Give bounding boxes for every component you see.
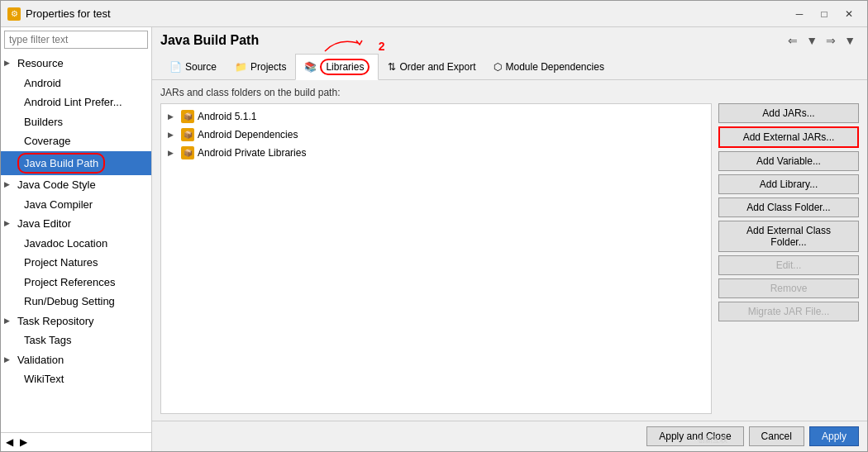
content-area: ▶ 📦 Android 5.1.1 ▶ 📦 Android Dependenci… [160, 103, 859, 414]
nav-forward-button[interactable]: ⇒ [823, 32, 839, 49]
add-variable-button[interactable]: Add Variable... [718, 151, 859, 171]
sidebar-item-java-build-path[interactable]: Java Build Path ( [1, 151, 151, 176]
remove-button[interactable]: Remove [718, 278, 859, 298]
panel-description: JARs and class folders on the build path… [160, 87, 859, 98]
module-dep-tab-icon: ⬡ [494, 61, 502, 73]
arrow-icon: ▶ [4, 179, 14, 191]
arrow-icon: ▶ [4, 218, 14, 230]
sidebar-nav-right[interactable]: ▶ [17, 435, 31, 450]
projects-tab-icon: 📁 [235, 61, 247, 73]
sidebar-nav-left[interactable]: ◀ [2, 435, 17, 450]
sidebar: ▶ Resource Android Android Lint Prefer..… [1, 27, 152, 451]
add-class-folder-button[interactable]: Add Class Folder... [718, 197, 859, 217]
tab-source[interactable]: 📄 Source [160, 54, 226, 79]
cancel-button[interactable]: Cancel [749, 426, 804, 446]
sidebar-item-coverage[interactable]: Coverage [1, 131, 151, 151]
right-header: Java Build Path ⇐ ▼ ⇒ ▼ [152, 27, 867, 54]
arrow-icon: ▶ [4, 354, 14, 366]
title-bar-left: ⚙ Properties for test [7, 7, 111, 21]
nav-back-button[interactable]: ⇐ [785, 32, 801, 49]
tab-order-export[interactable]: ⇅ Order and Export [379, 54, 484, 79]
filter-input[interactable] [4, 31, 148, 49]
sidebar-item-resource[interactable]: ▶ Resource [1, 54, 151, 74]
sidebar-tree: ▶ Resource Android Android Lint Prefer..… [1, 52, 151, 432]
sidebar-item-label: Java Compiler [24, 197, 93, 213]
tree-item-label: Android 5.1.1 [198, 111, 256, 122]
main-window: ⚙ Properties for test ─ □ ✕ ▶ Resource A… [0, 0, 868, 452]
sidebar-item-project-references[interactable]: Project References [1, 273, 151, 293]
library-icon: 📦 [181, 146, 194, 159]
close-button[interactable]: ✕ [837, 5, 861, 23]
sidebar-item-label: Javadoc Location [24, 236, 107, 252]
sidebar-item-builders[interactable]: Builders [1, 112, 151, 132]
sidebar-item-label: Coverage [24, 133, 70, 150]
tab-order-export-label: Order and Export [399, 61, 475, 73]
library-icon: 📦 [181, 128, 194, 141]
migrate-jar-button[interactable]: Migrate JAR File... [718, 302, 859, 321]
tree-arrow-icon: ▶ [168, 112, 178, 121]
add-library-button[interactable]: Add Library... [718, 174, 859, 194]
sidebar-item-label: Java Code Style [17, 177, 96, 193]
tabs-bar: 📄 Source 📁 Projects 📚 Libraries 2 [152, 54, 867, 80]
sidebar-item-java-editor[interactable]: ▶ Java Editor [1, 214, 151, 234]
tab-projects[interactable]: 📁 Projects [226, 54, 295, 79]
bottom-bar: 创新互联 Apply and Close Cancel Apply [152, 421, 867, 451]
tree-arrow-icon: ▶ [168, 149, 178, 157]
order-export-tab-icon: ⇅ [388, 61, 396, 73]
button-panel: Add JARs... Add External JARs... Add Var… [718, 103, 859, 414]
source-tab-icon: 📄 [169, 61, 182, 73]
sidebar-item-task-repository[interactable]: ▶ Task Repository [1, 312, 151, 331]
title-bar: ⚙ Properties for test ─ □ ✕ [1, 1, 867, 27]
minimize-button[interactable]: ─ [788, 5, 811, 23]
tree-item-android-dep[interactable]: ▶ 📦 Android Dependencies [165, 126, 708, 144]
apply-close-button[interactable]: Apply and Close [646, 426, 743, 446]
sidebar-item-label: Task Tags [24, 332, 72, 349]
nav-forward-dropdown-button[interactable]: ▼ [841, 32, 859, 49]
tree-item-android-511[interactable]: ▶ 📦 Android 5.1.1 [165, 107, 708, 126]
right-panel: Java Build Path ⇐ ▼ ⇒ ▼ 📄 Source 📁 [152, 27, 867, 451]
apply-button[interactable]: Apply [809, 426, 859, 446]
tab-libraries-label: Libraries [320, 59, 370, 75]
header-nav: ⇐ ▼ ⇒ ▼ [785, 32, 859, 49]
tree-item-label: Android Private Libraries [198, 147, 306, 159]
libraries-tree: ▶ 📦 Android 5.1.1 ▶ 📦 Android Dependenci… [160, 103, 712, 414]
sidebar-item-java-compiler[interactable]: Java Compiler [1, 195, 151, 215]
arrow-icon: ▶ [4, 316, 14, 327]
sidebar-item-android[interactable]: Android [1, 74, 151, 93]
add-external-jars-button[interactable]: Add External JARs... [718, 126, 859, 148]
sidebar-item-android-lint[interactable]: Android Lint Prefer... [1, 93, 151, 112]
window-controls: ─ □ ✕ [788, 5, 861, 23]
sidebar-item-label: Project Natures [24, 255, 98, 271]
add-external-class-folder-button[interactable]: Add External Class Folder... [718, 221, 859, 252]
sidebar-item-label: Project References [24, 274, 116, 291]
tab-module-dependencies[interactable]: ⬡ Module Dependencies [484, 54, 613, 79]
sidebar-item-java-code-style[interactable]: ▶ Java Code Style [1, 175, 151, 195]
window-title: Properties for test [26, 7, 111, 20]
sidebar-item-label: WikiText [24, 371, 64, 388]
tab-projects-label: Projects [250, 61, 286, 73]
sidebar-item-wikitext[interactable]: WikiText [1, 369, 151, 389]
sidebar-item-label: Android [24, 75, 61, 92]
tree-item-android-private[interactable]: ▶ 📦 Android Private Libraries [165, 144, 708, 162]
maximize-button[interactable]: □ [813, 5, 836, 23]
sidebar-item-project-natures[interactable]: Project Natures [1, 253, 151, 273]
tree-item-label: Android Dependencies [198, 129, 298, 140]
edit-button[interactable]: Edit... [718, 255, 859, 275]
sidebar-item-label: Task Repository [17, 313, 93, 330]
sidebar-item-label: Resource [17, 55, 64, 72]
nav-dropdown-button[interactable]: ▼ [803, 32, 821, 49]
sidebar-item-javadoc-location[interactable]: Javadoc Location [1, 234, 151, 254]
add-jars-button[interactable]: Add JARs... [718, 103, 859, 123]
panel-body: JARs and class folders on the build path… [152, 80, 867, 421]
sidebar-item-validation[interactable]: ▶ Validation [1, 350, 151, 370]
sidebar-item-label: Java Build Path [17, 153, 105, 174]
sidebar-nav-bottom: ◀ ▶ [1, 432, 151, 451]
sidebar-item-run-debug[interactable]: Run/Debug Setting [1, 292, 151, 312]
sidebar-item-label: Validation [17, 352, 64, 369]
sidebar-item-label: Builders [24, 114, 63, 131]
tree-arrow-icon: ▶ [168, 131, 178, 139]
tab-libraries[interactable]: 📚 Libraries 2 [295, 54, 379, 80]
sidebar-item-label: Run/Debug Setting [24, 293, 115, 310]
sidebar-item-label: Android Lint Prefer... [24, 94, 122, 111]
sidebar-item-task-tags[interactable]: Task Tags [1, 331, 151, 350]
